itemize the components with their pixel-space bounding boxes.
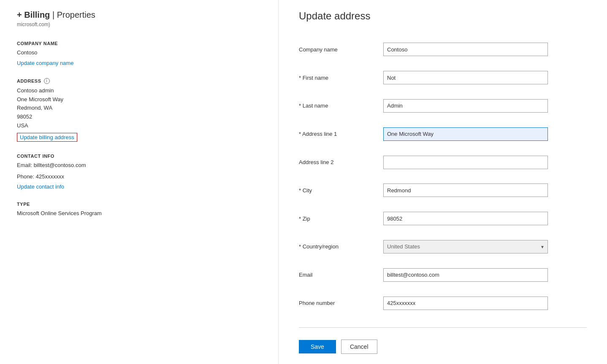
company-name-label: COMPANY NAME: [17, 41, 261, 46]
company-name-section: COMPANY NAME Contoso Update company name: [17, 41, 261, 66]
type-section: TYPE Microsoft Online Services Program: [17, 202, 261, 218]
address-line2-label: Address line 2: [299, 148, 383, 176]
country-region-field: United States Canada United Kingdom ▼: [383, 233, 587, 261]
last-name-input[interactable]: [383, 99, 548, 113]
zip-label: * Zip: [299, 205, 383, 233]
address-line5: USA: [17, 121, 261, 130]
address-line3: Redmond, WA: [17, 104, 261, 113]
page-title: + Billing | Properties: [17, 10, 261, 20]
address-line2-field: [383, 148, 587, 176]
first-name-field: [383, 64, 587, 92]
phone-number-field: [383, 289, 587, 317]
city-label: * City: [299, 176, 383, 205]
address-line1-field: [383, 120, 587, 148]
email-input[interactable]: [383, 268, 548, 282]
save-button[interactable]: Save: [299, 340, 336, 353]
update-company-name-link[interactable]: Update company name: [17, 60, 73, 66]
panel-title: Update address: [299, 10, 587, 22]
contact-phone-value: Phone: 425xxxxxxx: [17, 173, 261, 181]
contact-email-value: Email: billtest@contoso.com: [17, 161, 261, 170]
page-subtitle: microsoft.com): [17, 22, 261, 27]
right-panel: Update address Company name * First name…: [279, 0, 607, 364]
email-field: [383, 261, 587, 289]
zip-input[interactable]: [383, 212, 548, 225]
address-line2-input[interactable]: [383, 156, 548, 169]
company-name-label-form: Company name: [299, 35, 383, 64]
country-region-label: * Country/region: [299, 233, 383, 261]
phone-number-input[interactable]: [383, 297, 548, 310]
phone-number-label: Phone number: [299, 289, 383, 317]
last-name-field: [383, 92, 587, 120]
country-region-wrapper: United States Canada United Kingdom ▼: [383, 240, 548, 253]
form-divider: [299, 327, 587, 328]
address-section: ADDRESS i Contoso admin One Microsoft Wa…: [17, 78, 261, 142]
address-label: ADDRESS i: [17, 78, 261, 84]
address-line4: 98052: [17, 113, 261, 121]
zip-field: [383, 205, 587, 233]
address-info-icon: i: [44, 78, 50, 84]
type-value: Microsoft Online Services Program: [17, 209, 261, 218]
last-name-label: * Last name: [299, 92, 383, 120]
company-name-value: Contoso: [17, 49, 261, 57]
first-name-input[interactable]: [383, 71, 548, 84]
address-form: Company name * First name * Last name * …: [299, 35, 587, 317]
left-panel: + Billing | Properties microsoft.com) CO…: [0, 0, 279, 364]
city-field: [383, 176, 587, 205]
page-title-billing: + Billing: [17, 10, 50, 19]
page-title-properties: Properties: [57, 10, 95, 19]
address-value: Contoso admin One Microsoft Way Redmond,…: [17, 86, 261, 130]
first-name-label: * First name: [299, 64, 383, 92]
type-label: TYPE: [17, 202, 261, 207]
city-input[interactable]: [383, 183, 548, 197]
address-line1-input[interactable]: [383, 127, 548, 141]
company-name-field: [383, 35, 587, 64]
address-line1-label: * Address line 1: [299, 120, 383, 148]
address-line1: Contoso admin: [17, 86, 261, 95]
update-contact-info-link[interactable]: Update contact info: [17, 183, 64, 190]
contact-info-label: CONTACT INFO: [17, 154, 261, 159]
email-label: Email: [299, 261, 383, 289]
update-billing-address-link[interactable]: Update billing address: [17, 133, 77, 142]
address-line2: One Microsoft Way: [17, 95, 261, 104]
cancel-button[interactable]: Cancel: [341, 340, 377, 354]
country-region-select[interactable]: United States Canada United Kingdom: [383, 240, 548, 253]
contact-info-section: CONTACT INFO Email: billtest@contoso.com…: [17, 154, 261, 190]
company-name-input[interactable]: [383, 43, 548, 56]
form-actions: Save Cancel: [299, 338, 587, 354]
